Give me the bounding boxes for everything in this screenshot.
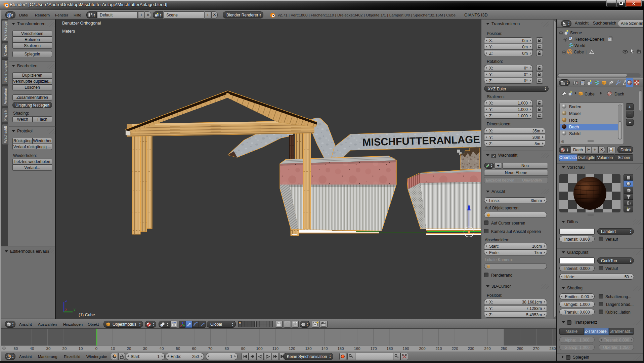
svg-text:-10: -10 xyxy=(77,347,83,351)
svg-text:70: 70 xyxy=(208,347,213,351)
svg-text:-30: -30 xyxy=(45,347,51,351)
svg-text:(1) Cube: (1) Cube xyxy=(79,313,95,317)
svg-text:130: 130 xyxy=(305,347,311,351)
svg-text:280: 280 xyxy=(549,347,556,351)
svg-text:0: 0 xyxy=(95,347,97,351)
svg-text:y: y xyxy=(74,307,76,311)
svg-text:30: 30 xyxy=(143,347,147,351)
svg-text:100: 100 xyxy=(256,347,262,351)
svg-text:z: z xyxy=(65,298,67,302)
svg-text:Benutzer Orthogonal: Benutzer Orthogonal xyxy=(62,21,101,26)
svg-text:i: i xyxy=(9,14,10,17)
svg-text:190: 190 xyxy=(402,347,409,351)
svg-text:200: 200 xyxy=(419,347,425,351)
svg-text:210: 210 xyxy=(435,347,442,351)
svg-text:90: 90 xyxy=(241,347,246,351)
svg-text:150: 150 xyxy=(337,347,344,351)
svg-text:-20: -20 xyxy=(61,347,67,351)
svg-text:120: 120 xyxy=(289,347,295,351)
svg-text:-50: -50 xyxy=(12,347,18,351)
svg-text:250: 250 xyxy=(501,347,507,351)
svg-text:270: 270 xyxy=(533,347,539,351)
svg-text:-40: -40 xyxy=(29,347,34,351)
svg-text:10: 10 xyxy=(111,347,115,351)
svg-text:110: 110 xyxy=(272,347,278,351)
svg-text:180: 180 xyxy=(386,347,393,351)
svg-text:x: x xyxy=(65,307,67,311)
svg-text:230: 230 xyxy=(468,347,474,351)
svg-text:60: 60 xyxy=(192,347,197,351)
svg-text:Meters: Meters xyxy=(62,29,75,34)
svg-text:170: 170 xyxy=(370,347,377,351)
svg-text:240: 240 xyxy=(484,347,490,351)
svg-text:260: 260 xyxy=(517,347,523,351)
svg-text:80: 80 xyxy=(225,347,229,351)
svg-text:40: 40 xyxy=(160,347,164,351)
svg-text:220: 220 xyxy=(452,347,458,351)
svg-text:20: 20 xyxy=(127,347,131,351)
svg-text:160: 160 xyxy=(354,347,360,351)
svg-text:50: 50 xyxy=(176,347,180,351)
svg-text:140: 140 xyxy=(321,347,328,351)
